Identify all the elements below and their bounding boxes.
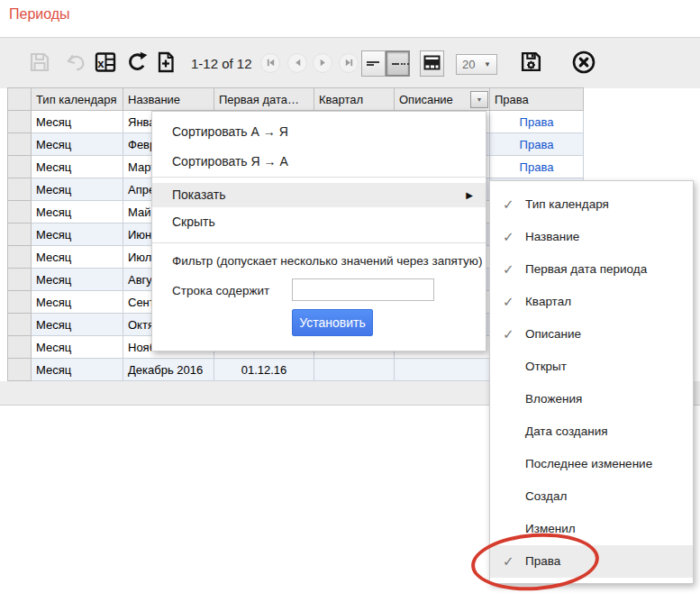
column-menu-button[interactable]: ▼ bbox=[470, 91, 488, 108]
save-settings-icon bbox=[519, 50, 543, 77]
form-view-button[interactable] bbox=[420, 50, 444, 77]
submenu-column-item[interactable]: ✓ Изменил bbox=[490, 513, 693, 545]
row-selector[interactable] bbox=[8, 314, 32, 336]
rights-link[interactable]: Права bbox=[520, 160, 554, 174]
column-header-description-label: Описание bbox=[399, 93, 453, 106]
submenu-column-label: Первая дата периода bbox=[525, 253, 647, 286]
close-button[interactable] bbox=[571, 50, 596, 76]
cell-calendar-type: Месяц bbox=[32, 133, 123, 156]
excel-export-icon: x bbox=[94, 50, 117, 77]
cell-calendar-type: Месяц bbox=[32, 359, 123, 381]
cell-calendar-type: Месяц bbox=[32, 156, 123, 178]
submenu-column-label: Открыт bbox=[525, 351, 567, 383]
submenu-column-label: Последнее изменение bbox=[525, 448, 652, 480]
save-button[interactable] bbox=[27, 50, 52, 76]
cell-description bbox=[395, 359, 490, 381]
cell-calendar-type: Месяц bbox=[32, 336, 123, 359]
add-record-button[interactable] bbox=[153, 50, 178, 76]
submenu-column-item[interactable]: ✓ Открыт bbox=[490, 351, 693, 383]
submenu-column-label: Изменил bbox=[525, 513, 576, 545]
next-page-button[interactable] bbox=[313, 53, 332, 73]
row-selector[interactable] bbox=[8, 269, 32, 291]
check-icon: ✓ bbox=[503, 188, 525, 221]
row-selector[interactable] bbox=[8, 178, 32, 201]
column-header-calendar-type[interactable]: Тип календаря bbox=[32, 88, 123, 111]
close-icon bbox=[571, 50, 596, 78]
export-excel-button[interactable]: x bbox=[93, 50, 118, 76]
save-settings-button[interactable] bbox=[518, 50, 543, 76]
pagination-range-label: 1-12 of 12 bbox=[191, 56, 252, 71]
filter-section-label: Фильтр (допускает несколько значений чер… bbox=[172, 254, 482, 268]
next-page-icon bbox=[318, 57, 328, 70]
submenu-column-label: Тип календаря bbox=[525, 188, 609, 221]
first-page-button[interactable] bbox=[260, 53, 280, 73]
prev-page-button[interactable] bbox=[287, 53, 307, 73]
column-header-name[interactable]: Название bbox=[123, 88, 214, 111]
rights-link[interactable]: Права bbox=[520, 115, 554, 129]
column-header-description[interactable]: Описание ▼ bbox=[395, 88, 490, 111]
refresh-icon bbox=[125, 50, 149, 77]
apply-filter-button[interactable]: Установить bbox=[292, 309, 373, 336]
submenu-column-label: Вложения bbox=[525, 383, 582, 415]
cell-calendar-type: Месяц bbox=[32, 314, 123, 336]
row-selector[interactable] bbox=[8, 291, 32, 314]
row-selector[interactable] bbox=[8, 359, 32, 381]
column-header-selector[interactable] bbox=[8, 88, 32, 111]
chevron-down-icon: ▼ bbox=[484, 60, 491, 68]
svg-text:x: x bbox=[97, 56, 105, 69]
add-document-icon bbox=[154, 50, 177, 77]
column-header-rights[interactable]: Права bbox=[490, 88, 584, 111]
row-selector[interactable] bbox=[8, 156, 32, 178]
row-selector[interactable] bbox=[8, 336, 32, 359]
column-header-quarter[interactable]: Квартал bbox=[314, 88, 395, 111]
menu-item-show[interactable]: Показать ▶ bbox=[152, 183, 486, 207]
column-header-first-date[interactable]: Первая дата… bbox=[214, 88, 314, 111]
menu-item-show-label: Показать bbox=[172, 187, 226, 202]
check-icon: ✓ bbox=[503, 253, 525, 286]
cell-calendar-type: Месяц bbox=[32, 291, 123, 314]
menu-item-hide[interactable]: Скрыть bbox=[152, 207, 486, 237]
check-icon: ✓ bbox=[503, 318, 525, 351]
submenu-column-item[interactable]: ✓ Дата создания bbox=[490, 415, 693, 448]
form-view-icon bbox=[423, 55, 441, 73]
multiline-view-button[interactable] bbox=[361, 50, 386, 77]
menu-item-sort-za[interactable]: Сортировать Я → А bbox=[152, 147, 486, 177]
last-page-button[interactable] bbox=[339, 53, 359, 73]
submenu-column-item[interactable]: ✓ Квартал bbox=[490, 286, 693, 318]
submenu-column-label: Дата создания bbox=[525, 415, 608, 448]
contains-label: Строка содержит bbox=[172, 284, 269, 297]
submenu-column-label: Квартал bbox=[525, 286, 571, 318]
cell-calendar-type: Месяц bbox=[32, 224, 123, 246]
submenu-column-label: Название bbox=[525, 221, 579, 253]
undo-button[interactable] bbox=[63, 50, 88, 76]
row-selector[interactable] bbox=[8, 201, 32, 224]
cell-calendar-type: Месяц bbox=[32, 111, 123, 133]
submenu-column-item[interactable]: ✓ Права bbox=[490, 545, 693, 578]
cell-name: Декабрь 2016 bbox=[123, 359, 214, 381]
submenu-column-item[interactable]: ✓ Последнее изменение bbox=[490, 448, 693, 480]
refresh-button[interactable] bbox=[124, 50, 150, 76]
last-page-icon bbox=[344, 57, 354, 70]
page-size-value: 20 bbox=[462, 58, 475, 71]
row-selector[interactable] bbox=[8, 111, 32, 133]
rights-link[interactable]: Права bbox=[520, 138, 554, 151]
submenu-column-item[interactable]: ✓ Тип календаря bbox=[490, 188, 693, 221]
submenu-column-item[interactable]: ✓ Первая дата периода bbox=[490, 253, 693, 286]
check-icon: ✓ bbox=[503, 286, 525, 318]
submenu-column-label: Создал bbox=[525, 480, 567, 513]
row-selector[interactable] bbox=[8, 133, 32, 156]
submenu-column-item[interactable]: ✓ Вложения bbox=[490, 383, 693, 415]
undo-icon bbox=[64, 50, 87, 77]
filter-contains-input[interactable] bbox=[292, 278, 434, 301]
submenu-column-item[interactable]: ✓ Создал bbox=[490, 480, 693, 513]
column-menu-arrow-icon: ▼ bbox=[477, 96, 483, 103]
submenu-column-item[interactable]: ✓ Название bbox=[490, 221, 693, 253]
submenu-arrow-icon: ▶ bbox=[466, 183, 473, 207]
page-size-select[interactable]: 20 ▼ bbox=[456, 54, 497, 75]
submenu-column-item[interactable]: ✓ Описание bbox=[490, 318, 693, 351]
row-selector[interactable] bbox=[8, 224, 32, 246]
row-selector[interactable] bbox=[8, 246, 32, 269]
menu-item-sort-az[interactable]: Сортировать А → Я bbox=[152, 117, 486, 147]
single-line-view-button[interactable] bbox=[386, 50, 410, 77]
submenu-column-label: Права bbox=[525, 545, 560, 578]
